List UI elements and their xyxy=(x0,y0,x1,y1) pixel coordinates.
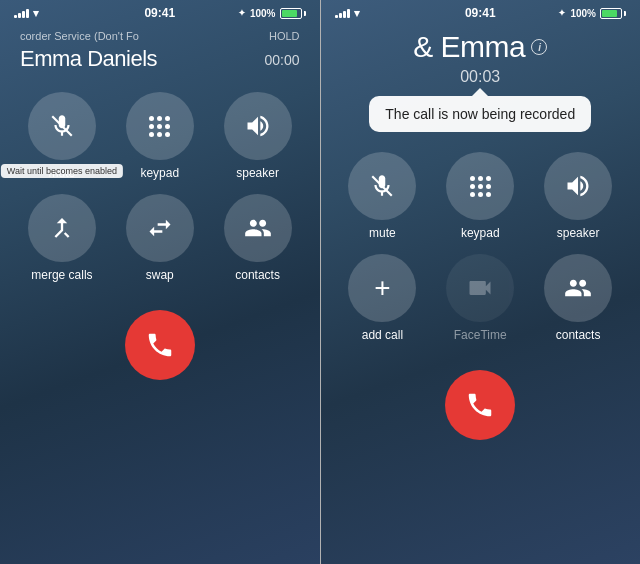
speaker-button-right[interactable]: speaker xyxy=(536,152,620,240)
mute-circle-left: Wait until becomes enabled xyxy=(28,92,96,160)
left-phone-screen: ▾ 09:41 ✦ 100% corder Service (Don't Fo … xyxy=(0,0,320,564)
contacts-label-left: contacts xyxy=(235,268,280,282)
call-content-left: corder Service (Don't Fo HOLD Emma Danie… xyxy=(0,24,320,380)
contacts-circle-left xyxy=(224,194,292,262)
mute-circle-right xyxy=(348,152,416,220)
signal-bars-left xyxy=(14,8,29,18)
bar4r xyxy=(347,9,350,18)
bar3r xyxy=(343,11,346,18)
contacts-icon-left xyxy=(244,214,272,242)
signal-bars-right xyxy=(335,8,350,18)
buttons-grid-right: mute keypad xyxy=(341,152,621,342)
contacts-label-right: contacts xyxy=(556,328,601,342)
mute-button-left[interactable]: Wait until becomes enabled mute xyxy=(20,92,104,180)
speaker-label-right: speaker xyxy=(557,226,600,240)
swap-circle-left xyxy=(126,194,194,262)
recording-tooltip: The call is now being recorded xyxy=(369,96,591,132)
swap-button-left[interactable]: swap xyxy=(118,194,202,282)
keypad-label-left: keypad xyxy=(140,166,179,180)
call-header-left: corder Service (Don't Fo HOLD xyxy=(20,30,300,42)
add-circle-right: + xyxy=(348,254,416,322)
battery-pct-left: 100% xyxy=(250,8,276,19)
keypad-circle-right xyxy=(446,152,514,220)
contacts-button-right[interactable]: contacts xyxy=(536,254,620,342)
mute-label-right: mute xyxy=(369,226,396,240)
bar4 xyxy=(26,9,29,18)
keypad-icon-right xyxy=(470,176,491,197)
speaker-icon-left xyxy=(244,112,272,140)
merge-calls-button[interactable]: merge calls xyxy=(20,194,104,282)
mute-icon-left xyxy=(49,113,75,139)
keypad-button-right[interactable]: keypad xyxy=(438,152,522,240)
wifi-icon-right: ▾ xyxy=(354,7,360,20)
right-phone-screen: ▾ 09:41 ✦ 100% & Emma i 00:03 The call i… xyxy=(321,0,641,564)
facetime-icon-right xyxy=(466,274,494,302)
caller-prefix-right: & Emma xyxy=(413,30,525,64)
facetime-circle-right xyxy=(446,254,514,322)
wifi-icon-left: ▾ xyxy=(33,7,39,20)
bluetooth-icon-right: ✦ xyxy=(558,8,566,18)
add-call-label: add call xyxy=(362,328,403,342)
status-bar-left: ▾ 09:41 ✦ 100% xyxy=(0,0,320,24)
bluetooth-icon-left: ✦ xyxy=(238,8,246,18)
mute-button-right[interactable]: mute xyxy=(341,152,425,240)
status-right-left: ✦ 100% xyxy=(238,8,306,19)
keypad-icon-left xyxy=(149,116,170,137)
bar1r xyxy=(335,15,338,18)
battery-left xyxy=(280,8,306,19)
swap-label-left: swap xyxy=(146,268,174,282)
call-content-right: & Emma i 00:03 The call is now being rec… xyxy=(321,24,641,440)
mute-icon-right xyxy=(369,173,395,199)
speaker-circle-left xyxy=(224,92,292,160)
bar3 xyxy=(22,11,25,18)
call-header-row-left: Emma Daniels 00:00 xyxy=(20,46,300,72)
swap-icon-left xyxy=(146,214,174,242)
merge-label-left: merge calls xyxy=(31,268,92,282)
status-right-right: ✦ 100% xyxy=(558,8,626,19)
keypad-label-right: keypad xyxy=(461,226,500,240)
end-call-icon-left xyxy=(145,330,175,360)
hold-badge: HOLD xyxy=(269,30,300,42)
speaker-button-left[interactable]: speaker xyxy=(216,92,300,180)
time-left: 09:41 xyxy=(144,6,175,20)
speaker-label-left: speaker xyxy=(236,166,279,180)
facetime-label: FaceTime xyxy=(454,328,507,342)
buttons-grid-left: Wait until becomes enabled mute keypad xyxy=(20,92,300,282)
add-icon-right: + xyxy=(374,272,390,304)
merge-icon-left xyxy=(48,214,76,242)
info-icon-right[interactable]: i xyxy=(531,39,547,55)
bar1 xyxy=(14,15,17,18)
merge-circle-left xyxy=(28,194,96,262)
battery-pct-right: 100% xyxy=(570,8,596,19)
speaker-icon-right xyxy=(564,172,592,200)
add-call-button[interactable]: + add call xyxy=(341,254,425,342)
caller-main-left: Emma Daniels xyxy=(20,46,157,72)
contacts-icon-right xyxy=(564,274,592,302)
speaker-circle-right xyxy=(544,152,612,220)
end-call-button-right[interactable] xyxy=(445,370,515,440)
timer-right: 00:03 xyxy=(460,68,500,86)
facetime-button[interactable]: FaceTime xyxy=(438,254,522,342)
status-bar-right: ▾ 09:41 ✦ 100% xyxy=(321,0,641,24)
contacts-circle-right xyxy=(544,254,612,322)
status-left-right: ▾ xyxy=(335,7,360,20)
battery-right xyxy=(600,8,626,19)
contacts-button-left[interactable]: contacts xyxy=(216,194,300,282)
keypad-circle-left xyxy=(126,92,194,160)
caller-small-left: corder Service (Don't Fo xyxy=(20,30,139,42)
time-right: 09:41 xyxy=(465,6,496,20)
bar2r xyxy=(339,13,342,18)
timer-left: 00:00 xyxy=(264,52,299,68)
end-call-icon-right xyxy=(465,390,495,420)
end-call-button-left[interactable] xyxy=(125,310,195,380)
recording-tooltip-text: The call is now being recorded xyxy=(385,106,575,122)
status-left-left: ▾ xyxy=(14,7,39,20)
keypad-button-left[interactable]: keypad xyxy=(118,92,202,180)
mute-tooltip: Wait until becomes enabled xyxy=(1,164,123,178)
caller-main-right: & Emma i xyxy=(413,30,547,64)
bar2 xyxy=(18,13,21,18)
